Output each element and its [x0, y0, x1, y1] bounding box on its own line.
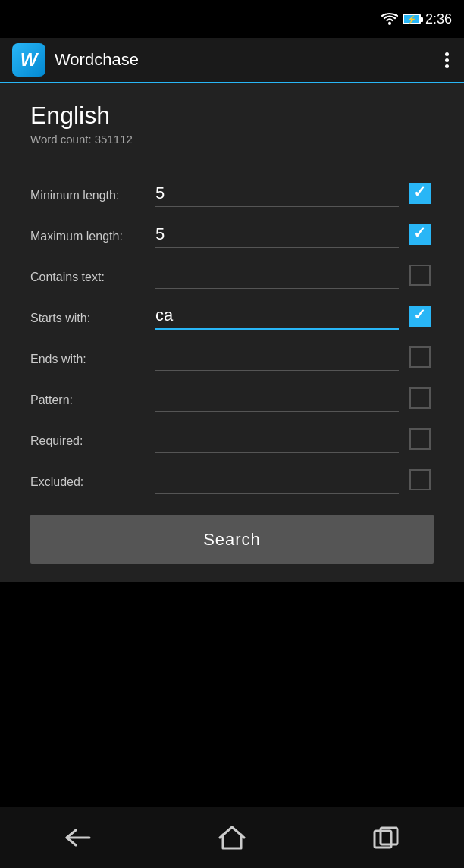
checkbox-wrap-pattern [406, 384, 434, 412]
checkbox-required[interactable] [409, 428, 431, 450]
checkbox-wrap-starts-with [406, 302, 434, 330]
status-time: 2:36 [425, 11, 452, 27]
checkbox-max-length[interactable] [409, 224, 431, 245]
input-wrap-ends-with [155, 344, 399, 371]
input-ends-with[interactable] [155, 344, 399, 371]
battery-bolt: ⚡ [407, 15, 416, 24]
form-row-min-length: Minimum length: [30, 180, 434, 207]
back-icon [62, 827, 92, 848]
search-button[interactable]: Search [30, 515, 434, 564]
app-bar: W Wordchase [0, 38, 464, 83]
input-pattern[interactable] [155, 385, 399, 412]
app-icon: W [12, 43, 45, 77]
checkbox-ends-with[interactable] [409, 346, 431, 368]
overflow-dot-2 [445, 58, 449, 62]
input-required[interactable] [155, 426, 399, 453]
label-ends-with: Ends with: [30, 353, 155, 371]
home-icon [218, 826, 246, 850]
checkbox-pattern[interactable] [409, 387, 431, 409]
checkbox-min-length[interactable] [409, 183, 431, 204]
checkbox-starts-with[interactable] [409, 306, 431, 327]
checkbox-excluded[interactable] [409, 469, 431, 490]
app-title: Wordchase [55, 50, 433, 70]
input-max-length[interactable] [155, 221, 399, 248]
input-contains-text[interactable] [155, 262, 399, 289]
checkbox-wrap-min-length [406, 180, 434, 207]
main-content: English Word count: 351112 Minimum lengt… [0, 83, 464, 582]
overflow-menu-button[interactable] [442, 49, 452, 71]
app-icon-letter: W [20, 49, 38, 71]
label-contains-text: Contains text: [30, 271, 155, 289]
form-row-ends-with: Ends with: [30, 343, 434, 371]
input-wrap-pattern [155, 385, 399, 412]
checkbox-wrap-required [406, 425, 434, 453]
label-excluded: Excluded: [30, 475, 155, 494]
checkbox-contains-text[interactable] [409, 265, 431, 286]
input-excluded[interactable] [155, 467, 399, 494]
recents-icon [373, 826, 400, 849]
form-row-excluded: Excluded: [30, 466, 434, 494]
overflow-dot-3 [445, 64, 449, 68]
back-button[interactable] [55, 815, 100, 860]
label-required: Required: [30, 434, 155, 453]
checkbox-wrap-contains-text [406, 262, 434, 289]
form-row-required: Required: [30, 425, 434, 453]
form-row-starts-with: Starts with: [30, 302, 434, 330]
svg-point-0 [388, 22, 391, 25]
language-title: English [30, 102, 434, 130]
battery-icon: ⚡ [403, 14, 421, 24]
input-wrap-excluded [155, 467, 399, 494]
word-count: Word count: 351112 [30, 133, 434, 146]
nav-bar [0, 807, 464, 868]
recents-button[interactable] [364, 815, 409, 860]
form-row-max-length: Maximum length: [30, 221, 434, 248]
input-starts-with[interactable] [155, 302, 399, 330]
input-wrap-max-length [155, 221, 399, 248]
checkbox-wrap-ends-with [406, 343, 434, 371]
status-bar: ⚡ 2:36 [0, 0, 464, 38]
status-icons: ⚡ 2:36 [381, 11, 452, 27]
input-min-length[interactable] [155, 180, 399, 207]
label-pattern: Pattern: [30, 393, 155, 412]
input-wrap-starts-with [155, 302, 399, 330]
label-starts-with: Starts with: [30, 312, 155, 330]
label-max-length: Maximum length: [30, 230, 155, 248]
divider [30, 161, 434, 161]
input-wrap-min-length [155, 180, 399, 207]
checkbox-wrap-excluded [406, 466, 434, 494]
checkbox-wrap-max-length [406, 221, 434, 248]
form-fields: Minimum length:Maximum length:Contains t… [30, 180, 434, 494]
overflow-dot-1 [445, 52, 449, 56]
form-row-pattern: Pattern: [30, 384, 434, 412]
form-row-contains-text: Contains text: [30, 262, 434, 289]
home-button[interactable] [209, 815, 255, 860]
input-wrap-required [155, 426, 399, 453]
input-wrap-contains-text [155, 262, 399, 289]
label-min-length: Minimum length: [30, 189, 155, 207]
wifi-icon [381, 12, 398, 26]
